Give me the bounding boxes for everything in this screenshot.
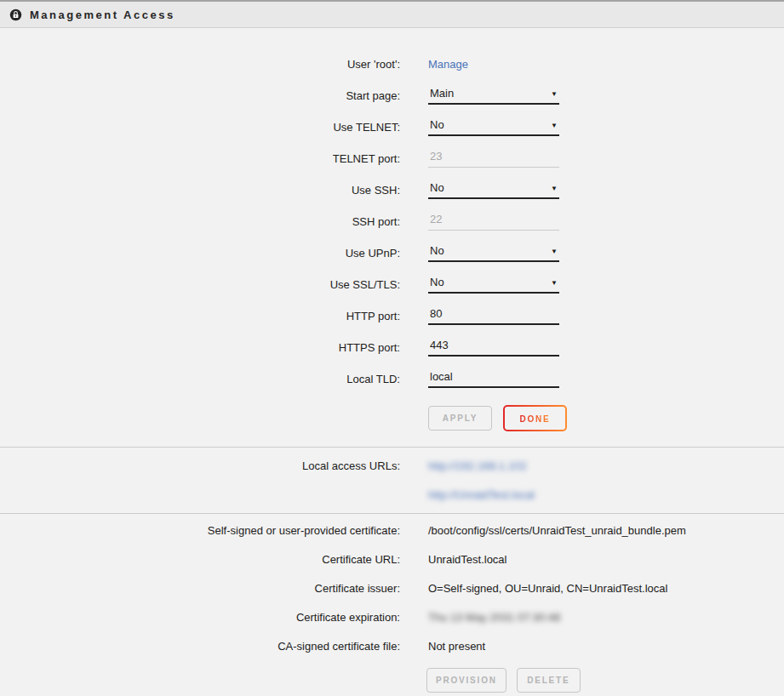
chevron-down-icon: ▼ — [551, 91, 558, 100]
form-row-https-port: HTTPS port: — [0, 332, 784, 363]
cert-row-url: Certificate URL: UnraidTest.local — [0, 545, 784, 573]
done-button[interactable]: DONE — [503, 405, 567, 431]
cert-row-bundle: Self-signed or user-provided certificate… — [0, 516, 784, 545]
use-upnp-select[interactable]: No ▼ — [428, 244, 559, 262]
use-ssl-select[interactable]: No ▼ — [428, 276, 559, 294]
cert-expiration-value: Thu 13 May 2031 07:30:48 — [428, 611, 560, 624]
page-title: Management Access — [30, 9, 175, 21]
cert-ca-file-value: Not present — [428, 640, 485, 653]
http-port-input[interactable] — [428, 307, 559, 325]
local-access-section: Local access URLs: http://192.168.1.102 … — [0, 447, 784, 513]
field-label: HTTPS port: — [0, 341, 400, 354]
field-label: Start page: — [0, 89, 400, 102]
local-access-url-2[interactable]: http://UnraidTest.local — [428, 488, 535, 501]
form-row-user-root: User 'root': Manage — [0, 48, 784, 80]
certificate-actions: PROVISION DELETE — [426, 668, 784, 693]
provision-button[interactable]: PROVISION — [426, 668, 506, 693]
field-label: CA-signed certificate file: — [0, 640, 400, 653]
field-label: SSH port: — [0, 215, 400, 228]
apply-button[interactable]: APPLY — [428, 406, 492, 431]
selected-value: No — [430, 181, 444, 194]
field-label: Local access URLs: — [0, 459, 400, 472]
cert-row-expiration: Certificate expiration: Thu 13 May 2031 … — [0, 602, 784, 631]
local-tld-input[interactable] — [428, 370, 559, 388]
cert-row-ca-file: CA-signed certificate file: Not present — [0, 631, 784, 660]
chevron-down-icon: ▼ — [551, 280, 558, 288]
settings-form: User 'root': Manage Start page: Main ▼ U… — [0, 28, 784, 447]
field-label: User 'root': — [0, 58, 400, 71]
field-label: TELNET port: — [0, 152, 400, 165]
field-label: Certificate URL: — [0, 553, 400, 566]
form-row-local-tld: Local TLD: — [0, 363, 784, 395]
field-label: Use SSH: — [0, 184, 400, 197]
manage-root-link[interactable]: Manage — [428, 58, 468, 71]
form-row-use-telnet: Use TELNET: No ▼ — [0, 111, 784, 143]
certificate-section: Self-signed or user-provided certificate… — [0, 513, 784, 693]
chevron-down-icon: ▼ — [551, 248, 558, 257]
section-header: Management Access — [0, 0, 784, 28]
local-access-row: http://UnraidTest.local — [0, 480, 784, 509]
lock-circle-icon — [9, 9, 22, 21]
cert-row-issuer: Certificate issuer: O=Self-signed, OU=Un… — [0, 573, 784, 602]
delete-button[interactable]: DELETE — [517, 668, 581, 693]
selected-value: No — [430, 276, 444, 288]
use-telnet-select[interactable]: No ▼ — [428, 118, 559, 136]
field-label: Use TELNET: — [0, 121, 400, 134]
form-row-use-ssl: Use SSL/TLS: No ▼ — [0, 269, 784, 300]
cert-bundle-path: /boot/config/ssl/certs/UnraidTest_unraid… — [428, 524, 686, 537]
field-label: HTTP port: — [0, 310, 400, 322]
field-label: Use SSL/TLS: — [0, 278, 400, 291]
form-row-start-page: Start page: Main ▼ — [0, 80, 784, 111]
use-ssh-select[interactable]: No ▼ — [428, 181, 559, 199]
local-access-row: Local access URLs: http://192.168.1.102 — [0, 451, 784, 480]
field-label: Certificate issuer: — [0, 582, 400, 595]
field-label: Local TLD: — [0, 373, 400, 385]
field-label: Certificate expiration: — [0, 611, 400, 624]
local-access-url-1[interactable]: http://192.168.1.102 — [428, 459, 527, 472]
form-row-use-upnp: Use UPnP: No ▼ — [0, 237, 784, 269]
form-row-ssh-port: SSH port: — [0, 206, 784, 237]
https-port-input[interactable] — [428, 339, 559, 357]
chevron-down-icon: ▼ — [551, 123, 558, 131]
ssh-port-input — [428, 213, 559, 231]
cert-url-value: UnraidTest.local — [428, 553, 507, 566]
selected-value: No — [430, 118, 444, 131]
form-actions: APPLY DONE — [428, 405, 784, 431]
start-page-select[interactable]: Main ▼ — [428, 87, 559, 105]
field-label: Self-signed or user-provided certificate… — [0, 524, 400, 537]
selected-value: No — [430, 244, 444, 257]
cert-issuer-value: O=Self-signed, OU=Unraid, CN=UnraidTest.… — [428, 582, 667, 595]
form-row-telnet-port: TELNET port: — [0, 143, 784, 174]
field-label: Use UPnP: — [0, 247, 400, 260]
selected-value: Main — [430, 87, 454, 100]
telnet-port-input — [428, 150, 559, 168]
form-row-http-port: HTTP port: — [0, 300, 784, 332]
form-row-use-ssh: Use SSH: No ▼ — [0, 174, 784, 206]
chevron-down-icon: ▼ — [551, 185, 558, 194]
